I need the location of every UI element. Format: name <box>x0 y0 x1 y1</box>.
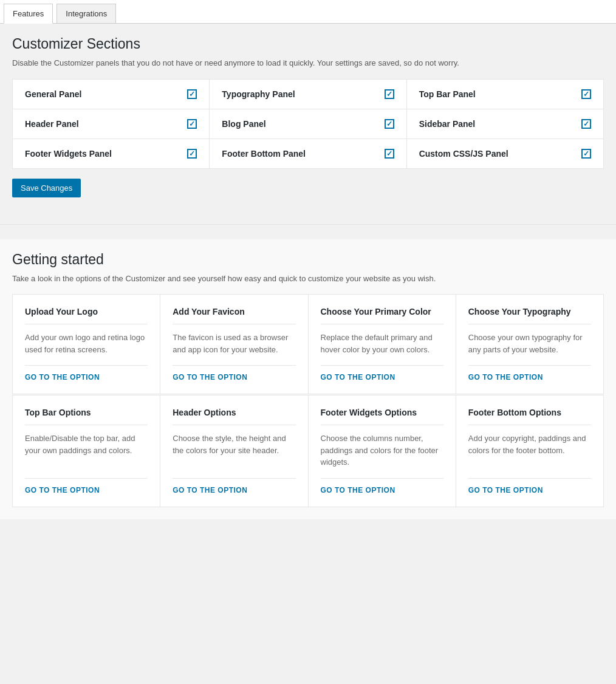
checkbox-topbar[interactable] <box>581 89 591 99</box>
link-upload-logo[interactable]: GO TO THE OPTION <box>25 365 148 381</box>
save-changes-button[interactable]: Save Changes <box>12 179 81 197</box>
getting-started-title: Getting started <box>12 251 604 268</box>
tab-features[interactable]: Features <box>4 4 53 24</box>
link-footer-bottom-options[interactable]: GO TO THE OPTION <box>468 478 591 494</box>
customizer-desc: Disable the Customizer panels that you d… <box>12 57 604 69</box>
card-footer-bottom-options: Footer Bottom Options Add your copyright… <box>456 395 603 507</box>
panel-typography: Typography Panel <box>210 80 406 109</box>
section-divider <box>0 224 616 225</box>
panel-custom-css: Custom CSS/JS Panel <box>407 139 603 168</box>
cards-row1: Upload Your Logo Add your own logo and r… <box>12 294 604 394</box>
panel-topbar: Top Bar Panel <box>407 80 603 109</box>
tab-integrations[interactable]: Integrations <box>56 4 116 23</box>
card-header-options: Header Options Choose the style, the hei… <box>160 395 307 507</box>
card-footer-widgets-options: Footer Widgets Options Choose the column… <box>309 395 456 507</box>
panel-footer-widgets: Footer Widgets Panel <box>13 139 209 168</box>
checkbox-footer-widgets[interactable] <box>187 149 197 159</box>
customizer-title: Customizer Sections <box>12 36 604 52</box>
getting-started-section: Getting started Take a look in the optio… <box>0 239 616 519</box>
panel-sidebar: Sidebar Panel <box>407 109 603 139</box>
card-topbar-options: Top Bar Options Enable/Disable the top b… <box>13 395 160 507</box>
link-topbar-options[interactable]: GO TO THE OPTION <box>25 478 148 494</box>
checkbox-footer-bottom[interactable] <box>385 149 394 159</box>
card-primary-color: Choose Your Primary Color Replace the de… <box>309 295 456 394</box>
panels-grid: General Panel Typography Panel Top Bar P… <box>12 79 604 169</box>
panel-general: General Panel <box>13 80 209 109</box>
link-add-favicon[interactable]: GO TO THE OPTION <box>173 365 295 381</box>
checkbox-custom-css[interactable] <box>581 149 591 159</box>
checkbox-typography[interactable] <box>385 89 394 99</box>
cards-row2: Top Bar Options Enable/Disable the top b… <box>12 395 604 507</box>
card-add-favicon: Add Your Favicon The favicon is used as … <box>160 295 307 394</box>
panel-header: Header Panel <box>13 109 209 139</box>
link-choose-typography[interactable]: GO TO THE OPTION <box>468 365 591 381</box>
checkbox-header[interactable] <box>187 119 197 129</box>
checkbox-general[interactable] <box>187 89 197 99</box>
card-upload-logo: Upload Your Logo Add your own logo and r… <box>13 295 160 394</box>
card-choose-typography: Choose Your Typography Choose your own t… <box>456 295 603 394</box>
checkbox-blog[interactable] <box>385 119 394 129</box>
main-content: Customizer Sections Disable the Customiz… <box>0 24 616 210</box>
panel-blog: Blog Panel <box>210 109 406 139</box>
checkbox-sidebar[interactable] <box>581 119 591 129</box>
getting-started-desc: Take a look in the options of the Custom… <box>12 273 604 285</box>
panel-footer-bottom: Footer Bottom Panel <box>210 139 406 168</box>
link-primary-color[interactable]: GO TO THE OPTION <box>321 365 443 381</box>
link-header-options[interactable]: GO TO THE OPTION <box>173 478 295 494</box>
tabs-bar: Features Integrations <box>0 0 616 24</box>
link-footer-widgets-options[interactable]: GO TO THE OPTION <box>321 478 443 494</box>
